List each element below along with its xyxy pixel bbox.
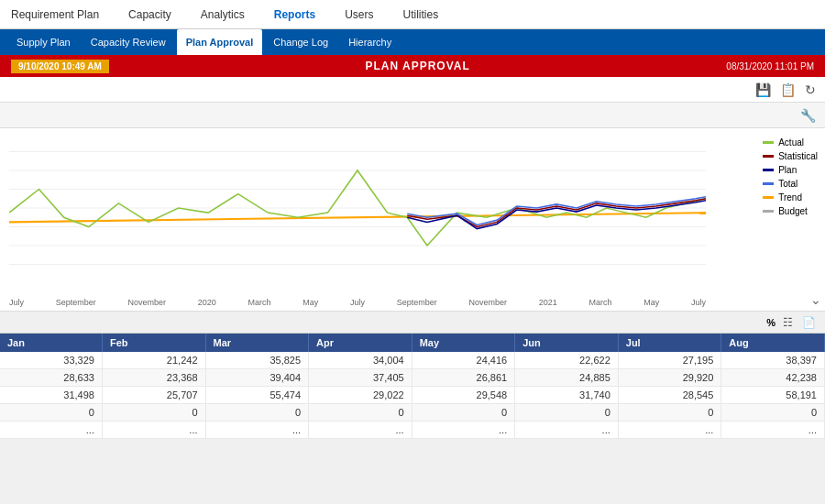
copy-icon[interactable]: 📋 (778, 81, 798, 99)
sub-nav-plan-approval[interactable]: Plan Approval (177, 29, 263, 55)
cell-r0-c3: 34,004 (309, 352, 412, 369)
legend-label-actual: Actual (778, 137, 804, 148)
nav-item-users[interactable]: Users (341, 0, 377, 28)
legend-label-statistical: Statistical (778, 151, 818, 161)
chart-toolbar: 💾 📋 ↻ (0, 77, 825, 103)
cell-r0-c4: 24,416 (412, 352, 515, 369)
refresh-icon[interactable]: ↻ (803, 81, 818, 99)
legend-dot-trend (763, 196, 774, 199)
chart-expand-icon[interactable]: ⌄ (810, 292, 821, 307)
legend-label-plan: Plan (778, 165, 797, 175)
col-header-mar: Mar (205, 334, 309, 352)
wrench-icon[interactable]: 🔧 (798, 106, 818, 125)
x-label-0: July (9, 298, 24, 307)
cell-r4-c7: ... (721, 422, 825, 439)
col-header-jul: Jul (618, 334, 721, 352)
table-row: 28,63323,36839,40437,40526,86124,88529,9… (0, 369, 825, 387)
cell-r1-c4: 26,861 (412, 369, 515, 387)
banner-timestamp-left: 9/10/2020 10:49 AM (11, 60, 109, 73)
legend-actual: Actual (763, 137, 818, 148)
table-row: 31,49825,70755,47429,02229,54831,74028,5… (0, 387, 825, 404)
cell-r0-c7: 38,397 (721, 352, 825, 369)
cell-r0-c6: 27,195 (618, 352, 721, 369)
x-label-2: November (127, 298, 166, 307)
col-header-jun: Jun (515, 334, 619, 352)
x-label-8: November (468, 298, 507, 307)
legend-budget: Budget (763, 206, 818, 216)
legend-statistical: Statistical (763, 151, 818, 161)
legend-dot-actual (763, 141, 774, 144)
cell-r3-c2: 0 (205, 404, 309, 422)
chart-section: July September November 2020 March May J… (0, 128, 825, 312)
chart-legend: Actual Statistical Plan Total Trend Budg… (763, 137, 818, 216)
cell-r3-c1: 0 (102, 404, 205, 422)
banner-bar: 9/10/2020 10:49 AM PLAN APPROVAL 08/31/2… (0, 55, 825, 77)
data-table: Jan Feb Mar Apr May Jun Jul Aug 33,32921… (0, 334, 825, 439)
sub-nav-hierarchy[interactable]: Hierarchy (339, 29, 401, 55)
cell-r1-c3: 37,405 (309, 369, 412, 387)
data-table-section: % ☷ 📄 Jan Feb Mar Apr May Jun Jul Aug 33… (0, 312, 825, 439)
banner-title: PLAN APPROVAL (365, 60, 469, 72)
nav-item-requirement-plan[interactable]: Requirement Plan (7, 0, 103, 28)
table-header-row: Jan Feb Mar Apr May Jun Jul Aug (0, 334, 825, 352)
percent-label: % (766, 317, 776, 328)
cell-r4-c4: ... (412, 422, 515, 439)
table-grid-icon[interactable]: ☷ (781, 314, 795, 331)
col-header-may: May (412, 334, 515, 352)
col-header-feb: Feb (102, 334, 205, 352)
legend-total: Total (763, 179, 818, 189)
cell-r0-c2: 35,825 (205, 352, 309, 369)
col-header-jan: Jan (0, 334, 102, 352)
cell-r3-c5: 0 (515, 404, 619, 422)
legend-label-budget: Budget (778, 206, 808, 216)
sub-nav-change-log[interactable]: Change Log (264, 29, 337, 55)
nav-item-capacity[interactable]: Capacity (125, 0, 175, 28)
legend-dot-budget (763, 210, 774, 213)
nav-item-utilities[interactable]: Utilities (399, 0, 442, 28)
legend-label-total: Total (778, 179, 798, 189)
sub-nav-capacity-review[interactable]: Capacity Review (82, 29, 175, 55)
sub-nav-supply-plan[interactable]: Supply Plan (7, 29, 80, 55)
cell-r2-c6: 28,545 (618, 387, 721, 404)
cell-r2-c1: 25,707 (102, 387, 205, 404)
cell-r1-c6: 29,920 (618, 369, 721, 387)
cell-r1-c5: 24,885 (515, 369, 619, 387)
x-axis-labels: July September November 2020 March May J… (9, 298, 706, 307)
cell-r1-c1: 23,368 (102, 369, 205, 387)
x-label-3: 2020 (198, 298, 216, 307)
chart-container (9, 133, 706, 283)
legend-dot-plan (763, 169, 774, 171)
x-label-11: May (644, 298, 659, 307)
x-label-1: September (56, 298, 96, 307)
table-row: ........................ (0, 422, 825, 439)
table-row: 00000000 (0, 404, 825, 422)
cell-r4-c3: ... (309, 422, 412, 439)
chart-svg (9, 133, 706, 283)
nav-item-reports[interactable]: Reports (270, 0, 319, 28)
table-toolbar: % ☷ 📄 (0, 312, 825, 334)
cell-r1-c7: 42,238 (721, 369, 825, 387)
x-label-12: July (691, 298, 706, 307)
table-export-icon[interactable]: 📄 (800, 314, 818, 331)
cell-r3-c4: 0 (412, 404, 515, 422)
nav-item-analytics[interactable]: Analytics (197, 0, 248, 28)
legend-trend: Trend (763, 192, 818, 203)
cell-r0-c1: 21,242 (102, 352, 205, 369)
x-label-9: 2021 (539, 298, 557, 307)
cell-r1-c0: 28,633 (0, 369, 102, 387)
cell-r3-c7: 0 (721, 404, 825, 422)
cell-r2-c7: 58,191 (721, 387, 825, 404)
x-label-7: September (397, 298, 437, 307)
legend-dot-total (763, 182, 774, 185)
x-label-5: May (302, 298, 318, 307)
cell-r1-c2: 39,404 (205, 369, 309, 387)
cell-r3-c6: 0 (618, 404, 721, 422)
cell-r2-c2: 55,474 (205, 387, 309, 404)
col-header-apr: Apr (309, 334, 412, 352)
cell-r3-c0: 0 (0, 404, 102, 422)
x-label-10: March (588, 298, 611, 307)
cell-r2-c5: 31,740 (515, 387, 619, 404)
banner-timestamp-right: 08/31/2020 11:01 PM (726, 61, 814, 71)
cell-r4-c2: ... (205, 422, 309, 439)
save-icon[interactable]: 💾 (754, 81, 773, 99)
